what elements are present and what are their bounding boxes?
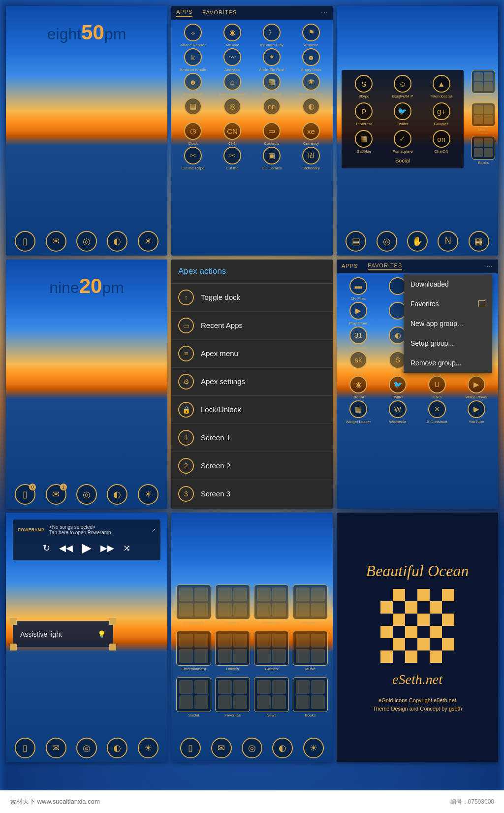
messages-icon[interactable]: ✉ <box>46 231 66 252</box>
tab-apps[interactable]: APPS <box>176 9 192 17</box>
browser-icon[interactable]: ◐ <box>107 231 127 252</box>
app-YouTube[interactable]: ▶YouTube <box>458 400 495 424</box>
folder-Books[interactable]: Books <box>293 677 328 717</box>
next-icon[interactable]: ▶▶ <box>100 543 114 553</box>
app-AirSync[interactable]: ◉AirSync <box>214 24 251 47</box>
phone-icon[interactable]: ▯ <box>15 231 35 252</box>
folder-Finance[interactable]: Finance <box>215 585 250 625</box>
expand-icon[interactable]: ↗ <box>152 527 156 533</box>
app-Camera[interactable]: ◎Camera <box>214 98 251 121</box>
app-Friendcaster[interactable]: ▲Friendcaster <box>424 75 459 98</box>
folder-Music[interactable]: Music <box>472 103 495 132</box>
app-Video Player[interactable]: ▶Video Player <box>458 376 495 399</box>
camera-icon[interactable]: ◎ <box>76 738 97 758</box>
app-GetGlue[interactable]: ▦GetGlue <box>346 130 381 154</box>
app-Skitch[interactable]: skSkitch <box>340 351 377 375</box>
app-Widget Locker[interactable]: ▦Widget Locker <box>340 400 377 424</box>
folder-Productivity[interactable]: Productivity <box>176 585 211 625</box>
camera-icon[interactable]: ◎ <box>76 484 97 505</box>
folder-Utilities[interactable]: Utilities <box>215 631 250 671</box>
app-My Files[interactable]: ▬My Files <box>340 277 377 301</box>
folder-Entertainment[interactable]: Entertainment <box>176 631 211 671</box>
app-Amazon[interactable]: ⚑Amazon <box>292 24 330 47</box>
phone-icon[interactable]: ▯ <box>180 738 201 758</box>
app-Clock[interactable]: ◷Clock <box>174 122 212 146</box>
tab-apps[interactable]: APPS <box>342 263 358 270</box>
app-ChatON[interactable]: onChatON <box>424 130 459 154</box>
context-New app group...[interactable]: New app group... <box>404 314 492 333</box>
overflow-menu-icon[interactable]: ⋮ <box>486 263 493 269</box>
apps-icon[interactable]: ☀ <box>138 231 158 252</box>
messages-icon[interactable]: ✉1 <box>46 484 66 505</box>
folder-Games[interactable]: Games <box>254 631 289 671</box>
assistive-light-widget[interactable]: Assistive light 💡 <box>13 621 113 648</box>
menu-Recent Apps[interactable]: ▭Recent Apps <box>171 312 333 340</box>
app-Skype[interactable]: SSkype <box>346 75 381 98</box>
app-Analytics[interactable]: 〰Analytics <box>214 48 251 72</box>
calculator-icon[interactable]: ▤ <box>346 231 366 252</box>
menu-Screen 1[interactable]: 1Screen 1 <box>171 424 333 452</box>
app-Foursquare[interactable]: ✓Foursquare <box>385 130 420 154</box>
app-S Planner[interactable]: 31S Planner <box>340 326 377 350</box>
app-BeejiveIM P[interactable]: ☺BeejiveIM P <box>385 75 420 98</box>
folder-Favorites[interactable]: Favorites <box>215 677 250 717</box>
browser-icon[interactable]: ◐ <box>272 738 293 758</box>
app-Wikipedia[interactable]: WWikipedia <box>379 400 416 424</box>
app-Dictionary[interactable]: ₪Dictionary <box>292 147 330 170</box>
folder-Social[interactable]: Social <box>176 677 211 717</box>
app-Google+[interactable]: g+Google+ <box>424 102 459 126</box>
menu-Screen 2[interactable]: 2Screen 2 <box>171 452 333 480</box>
app-Steam[interactable]: ◉Steam <box>340 376 377 399</box>
repeat-icon[interactable]: ↻ <box>43 543 50 553</box>
app-AllShare Play[interactable]: 》AllShare Play <box>253 24 290 47</box>
overflow-menu-icon[interactable]: ⋮ <box>321 10 328 16</box>
hand-icon[interactable]: ✋ <box>407 231 428 252</box>
app-Angry Birds[interactable]: ☻Angry Birds <box>292 48 330 72</box>
app-Twitter[interactable]: 🐦Twitter <box>385 102 420 126</box>
note-icon[interactable]: N <box>438 231 458 252</box>
folder-Music[interactable]: Music <box>293 631 328 671</box>
context-Setup group...[interactable]: Setup group... <box>404 333 492 353</box>
camera-icon[interactable]: ◎ <box>242 738 262 758</box>
app-ChatON[interactable]: onChatON <box>253 98 290 121</box>
folder-Books[interactable]: Books <box>472 136 495 165</box>
app-CNN[interactable]: CNCNN <box>214 122 251 146</box>
apps-icon[interactable]: ☀ <box>138 738 158 758</box>
app-Cut the[interactable]: ✂Cut the <box>214 147 251 170</box>
messages-icon[interactable]: ✉ <box>46 738 66 758</box>
app-Amazon Kindle[interactable]: kAmazon Kindle <box>174 48 212 72</box>
folder-Reference[interactable]: Reference <box>254 585 289 625</box>
shuffle-icon[interactable]: ⤨ <box>123 543 130 553</box>
app-Contacts[interactable]: ▭Contacts <box>253 122 290 146</box>
app-Chrome[interactable]: ◐Chrome <box>292 98 330 121</box>
play-icon[interactable]: ▶ <box>82 540 92 555</box>
clock-widget[interactable]: nine20pm <box>49 274 124 298</box>
prev-icon[interactable]: ◀◀ <box>59 543 73 553</box>
app-BBC News[interactable]: ▦BBC News <box>253 73 290 97</box>
app-DC Comics[interactable]: ▣DC Comics <box>253 147 290 170</box>
folder-News[interactable]: News <box>254 677 289 717</box>
menu-Apex menu[interactable]: ≡Apex menu <box>171 340 333 368</box>
app-Cut the Rope[interactable]: ✂Cut the Rope <box>174 147 212 170</box>
tab-favorites[interactable]: FAVORITES <box>368 262 402 270</box>
app-Twitter[interactable]: 🐦Twitter <box>379 376 416 399</box>
apps-icon[interactable]: ☀ <box>303 738 324 758</box>
menu-Screen 3[interactable]: 3Screen 3 <box>171 480 333 508</box>
camera-icon[interactable]: ◎ <box>377 231 397 252</box>
app-Apex Launcher[interactable]: ⌂Apex Launcher <box>214 73 251 97</box>
tab-favorites[interactable]: FAVORITES <box>202 9 237 16</box>
app-Adobe Reader[interactable]: ⟐Adobe Reader <box>174 24 212 47</box>
browser-icon[interactable]: ◐ <box>107 738 127 758</box>
phone-icon[interactable]: ▯0 <box>15 484 35 505</box>
camera-icon[interactable]: ◎ <box>76 231 97 252</box>
app-Currency[interactable]: xeCurrency <box>292 122 330 146</box>
app-X Construct[interactable]: ✕X Construct <box>418 400 456 424</box>
app-UNO[interactable]: UUNO <box>418 376 456 399</box>
app-Play Store[interactable]: ▶Play Store <box>340 302 377 325</box>
menu-Screen 4[interactable]: 4Screen 4 <box>171 508 333 509</box>
menu-Lock/Unlock[interactable]: 🔒Lock/Unlock <box>171 396 333 424</box>
context-Favorites[interactable]: Favorites <box>404 294 492 314</box>
folder-Navigation[interactable]: Navigation <box>293 585 328 625</box>
messages-icon[interactable]: ✉ <box>211 738 232 758</box>
app-BeejiveIM Pro[interactable]: ❀BeejiveIM Pro <box>292 73 330 97</box>
